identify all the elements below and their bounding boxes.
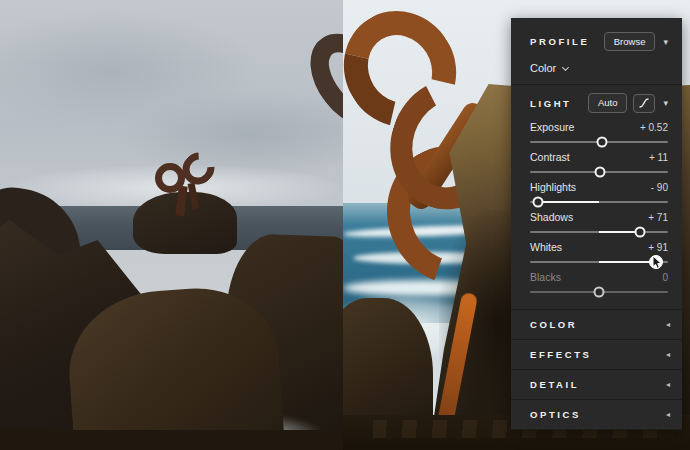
- slider-fill: [599, 261, 656, 263]
- sculpture-ring: [155, 163, 185, 193]
- photo-before-half: [0, 0, 343, 450]
- profile-title: PROFILE: [530, 36, 589, 47]
- rock: [0, 430, 343, 450]
- section-title-color: COLOR: [530, 319, 577, 330]
- slider-label-whites: Whites: [530, 241, 562, 253]
- light-header: LIGHT Auto ▾: [511, 93, 682, 112]
- slider-value-highlights: - 90: [651, 182, 668, 193]
- slider-track-highlights[interactable]: [530, 201, 668, 203]
- slider-track-contrast[interactable]: [530, 171, 668, 173]
- slider-value-contrast: + 11: [649, 152, 668, 163]
- section-header-effects[interactable]: EFFECTS◂: [511, 339, 682, 369]
- light-sliders: Exposure+ 0.52Contrast+ 11Highlights- 90…: [511, 117, 682, 297]
- slider-row-blacks: Blacks0: [530, 267, 668, 297]
- light-title: LIGHT: [530, 98, 572, 109]
- slider-handle-highlights[interactable]: [533, 196, 544, 207]
- section-expand-icon[interactable]: ◂: [666, 320, 670, 329]
- slider-track-blacks[interactable]: [530, 291, 668, 293]
- section-expand-icon[interactable]: ◂: [666, 380, 670, 389]
- collapsed-sections: COLOR◂EFFECTS◂DETAIL◂OPTICS◂GEOMETRY◂: [511, 309, 682, 430]
- tone-curve-button[interactable]: [633, 94, 655, 113]
- slider-handle-blacks[interactable]: [594, 286, 605, 297]
- tone-curve-icon: [638, 97, 650, 109]
- profile-select[interactable]: Color: [511, 62, 682, 74]
- chevron-down-icon: [562, 64, 569, 71]
- lightroom-edit-view: PROFILE Browse ▾ Color LIGHT Auto ▾: [0, 0, 690, 450]
- slider-value-blacks: 0: [662, 272, 668, 283]
- slider-value-shadows: + 71: [648, 212, 668, 223]
- section-expand-icon[interactable]: ◂: [666, 410, 670, 419]
- section-expand-icon[interactable]: ◂: [666, 350, 670, 359]
- light-collapse-icon[interactable]: ▾: [663, 98, 668, 108]
- slider-fill: [538, 201, 599, 203]
- slider-track-exposure[interactable]: [530, 141, 668, 143]
- divider: [511, 84, 682, 85]
- slider-row-contrast: Contrast+ 11: [530, 147, 668, 177]
- slider-row-shadows: Shadows+ 71: [530, 207, 668, 237]
- slider-value-exposure: + 0.52: [640, 122, 668, 133]
- section-header-optics[interactable]: OPTICS◂: [511, 399, 682, 429]
- slider-label-contrast: Contrast: [530, 151, 570, 163]
- slider-handle-exposure[interactable]: [596, 136, 607, 147]
- profile-header: PROFILE Browse ▾: [511, 32, 682, 51]
- slider-handle-shadows[interactable]: [635, 226, 646, 237]
- slider-label-highlights: Highlights: [530, 181, 576, 193]
- section-header-color[interactable]: COLOR◂: [511, 309, 682, 339]
- slider-label-shadows: Shadows: [530, 211, 573, 223]
- browse-button[interactable]: Browse: [604, 32, 656, 51]
- profile-selected-label: Color: [530, 62, 556, 74]
- slider-label-blacks: Blacks: [530, 271, 561, 283]
- slider-handle-contrast[interactable]: [595, 166, 606, 177]
- slider-track-shadows[interactable]: [530, 231, 668, 233]
- section-title-detail: DETAIL: [530, 379, 579, 390]
- slider-label-exposure: Exposure: [530, 121, 574, 133]
- profile-collapse-icon[interactable]: ▾: [663, 37, 668, 47]
- section-header-detail[interactable]: DETAIL◂: [511, 369, 682, 399]
- slider-row-whites: Whites+ 91: [530, 237, 668, 267]
- slider-track-whites[interactable]: [530, 261, 668, 263]
- auto-button[interactable]: Auto: [588, 93, 628, 112]
- slider-row-exposure: Exposure+ 0.52: [530, 117, 668, 147]
- edit-panel: PROFILE Browse ▾ Color LIGHT Auto ▾: [511, 18, 682, 430]
- slider-value-whites: + 91: [648, 242, 668, 253]
- section-title-optics: OPTICS: [530, 409, 581, 420]
- section-header-geometry[interactable]: GEOMETRY◂: [511, 429, 682, 430]
- slider-row-highlights: Highlights- 90: [530, 177, 668, 207]
- section-title-effects: EFFECTS: [530, 349, 591, 360]
